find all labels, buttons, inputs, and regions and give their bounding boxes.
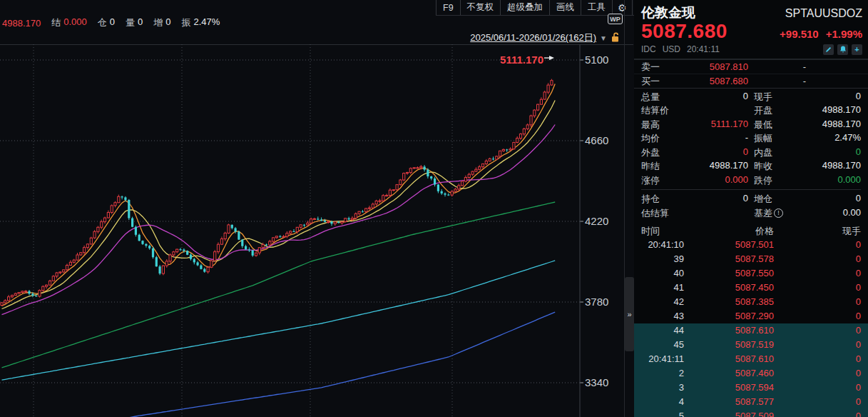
date-range-row: 2025/06/11-2026/01/26(162日) ▼	[0, 31, 607, 44]
time-and-sales-list[interactable]: 20:41:105087.501 0 395087.578 0 405087.5…	[634, 238, 868, 417]
svg-text:3780: 3780	[585, 296, 608, 308]
last-price: 5087.680	[641, 21, 727, 42]
date-range-label[interactable]: 2025/06/11-2026/01/26(162日)	[470, 31, 596, 44]
stat-row: 昨结4988.170昨收4988.170	[641, 160, 861, 174]
tape-row[interactable]: 25087.460 0	[634, 366, 868, 381]
high-annotation: 5111.170	[500, 54, 543, 66]
info-pair: 振2.47%	[181, 16, 220, 29]
tape-row[interactable]: 415087.450 0	[634, 281, 868, 295]
prev-settle-price: 4988.170	[2, 18, 41, 29]
stat-row: 估结算基差!0.00	[641, 206, 861, 221]
alert-bell-icon[interactable]	[837, 44, 848, 55]
tape-row[interactable]: 55087.509 0	[634, 409, 868, 417]
svg-text:4660: 4660	[585, 134, 608, 146]
quote-stats: 总量0现手0结算价开盘4988.170最高5111.170最低4988.170均…	[634, 89, 868, 188]
ma20-line	[2, 125, 556, 315]
quote-stats-position: 持仓0增仓0估结算基差!0.00	[634, 191, 868, 221]
stat-row: 总量0现手0	[641, 90, 861, 104]
ask-row: 卖一5087.810 -	[634, 60, 868, 74]
tape-col-volume: 现手	[774, 225, 861, 238]
svg-text:3340: 3340	[585, 376, 608, 388]
quote-time: 20:41:11	[687, 44, 720, 54]
tape-row[interactable]: 455087.519 0	[634, 338, 868, 352]
tape-row[interactable]: 435087.290 0	[634, 309, 868, 323]
chart-info-bar: 4988.170 结0.000 仓0 量0 增0 振2.47%	[2, 16, 220, 29]
separator	[641, 189, 861, 190]
chevron-down-icon[interactable]: ▼	[600, 34, 607, 42]
stat-row: 均价-振幅2.47%	[641, 132, 861, 146]
quote-header: 伦敦金现 SPTAUUSDOZ 5087.680 +99.510 +1.99% …	[634, 0, 868, 56]
trading-terminal-window: 4988.170 结0.000 仓0 量0 增0 振2.47% F9 不复权 超…	[0, 0, 868, 417]
super-overlay-button[interactable]: 超级叠加	[500, 0, 549, 15]
edit-pencil-icon[interactable]	[823, 44, 834, 55]
tape-col-price: 价格	[684, 225, 774, 238]
quote-source: IDC	[641, 44, 656, 54]
wp-badge[interactable]: WP	[608, 14, 623, 24]
f9-button[interactable]: F9	[436, 0, 460, 15]
svg-text:4220: 4220	[585, 215, 608, 227]
ma-green-line	[2, 202, 556, 368]
info-pair: 仓0	[98, 16, 115, 29]
tape-row[interactable]: 45087.577 0	[634, 395, 868, 409]
draw-line-button[interactable]: 画线	[549, 0, 581, 15]
gear-icon[interactable]: ⚙	[612, 0, 632, 15]
tape-row[interactable]: 395087.578 0	[634, 252, 868, 266]
ma-cyan-line	[2, 261, 556, 380]
ma-blue-line	[2, 312, 556, 417]
add-plus-icon[interactable]: +	[852, 44, 862, 55]
tape-row[interactable]: 35087.594 0	[634, 381, 868, 395]
panel-collapse-handle[interactable]: »	[625, 277, 634, 351]
arrow-right-icon	[549, 56, 554, 60]
stat-row: 持仓0增仓0	[641, 193, 861, 207]
ma5-line	[2, 84, 556, 306]
tape-row[interactable]: 20:41:105087.501 0	[634, 238, 868, 252]
ma10-line	[2, 101, 556, 309]
candlestick-chart[interactable]: 510046604220378033405111.170	[0, 44, 633, 417]
svg-text:5100: 5100	[585, 54, 608, 66]
quote-currency: USD	[663, 44, 680, 54]
tape-row[interactable]: 445087.610 0	[634, 323, 868, 338]
stat-row: 外盘0内盘0	[641, 146, 861, 160]
tape-row[interactable]: 20:41:115087.610 0	[634, 352, 868, 366]
price-change: +99.510	[780, 28, 819, 40]
stat-row: 涨停0.000跌停0.000	[641, 174, 861, 188]
info-pair: 量0	[126, 16, 143, 29]
panel-divider	[624, 0, 625, 417]
info-pair: 结0.000	[51, 16, 87, 29]
tape-row[interactable]: 425087.385 0	[634, 295, 868, 309]
stat-row: 结算价开盘4988.170	[641, 104, 861, 119]
stat-row: 最高5111.170最低4988.170	[641, 118, 861, 132]
info-icon[interactable]: !	[774, 208, 783, 218]
tape-row[interactable]: 405087.550 0	[634, 266, 868, 281]
info-pair: 增0	[153, 16, 170, 29]
price-change-pct: +1.99%	[826, 28, 862, 40]
bid-row: 买一5087.680 -	[634, 74, 868, 89]
tape-col-time: 时间	[641, 225, 684, 238]
instrument-symbol: SPTAUUSDOZ	[785, 7, 862, 20]
no-adjust-button[interactable]: 不复权	[460, 0, 501, 15]
tools-button[interactable]: 工具	[581, 0, 612, 15]
tape-header: 时间 价格 现手	[634, 225, 868, 238]
quote-panel: 伦敦金现 SPTAUUSDOZ 5087.680 +99.510 +1.99% …	[634, 0, 868, 417]
